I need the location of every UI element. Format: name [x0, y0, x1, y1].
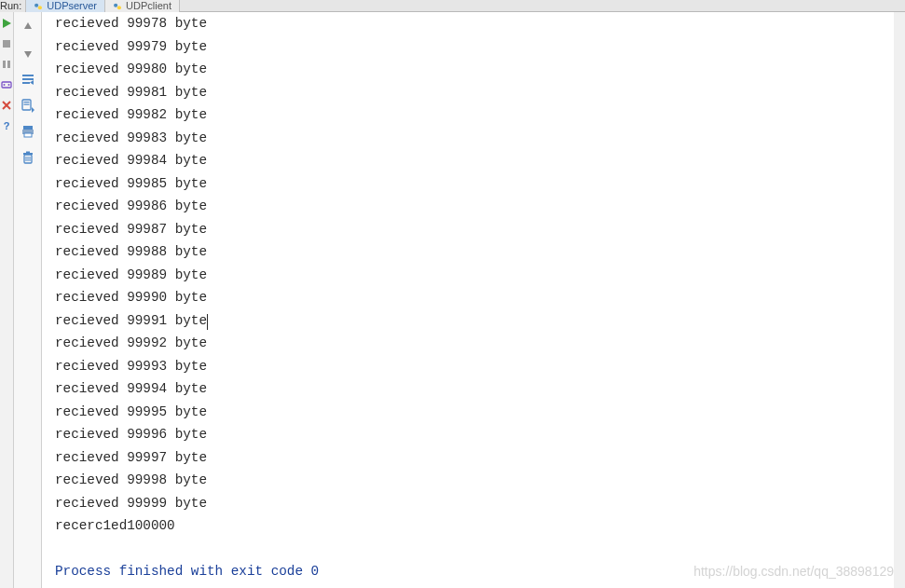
- console-line: recieved 99995 byte: [55, 404, 207, 419]
- arrow-up-icon[interactable]: [19, 18, 37, 36]
- svg-marker-4: [3, 19, 11, 28]
- svg-point-0: [34, 3, 38, 7]
- text-caret: [207, 314, 208, 330]
- svg-marker-14: [24, 22, 32, 29]
- console-line: recieved 99988 byte: [55, 244, 207, 259]
- svg-rect-24: [23, 126, 33, 130]
- python-file-icon: [113, 2, 122, 11]
- help-icon[interactable]: ?: [1, 120, 12, 131]
- svg-rect-19: [22, 82, 30, 84]
- print-icon[interactable]: [19, 122, 37, 141]
- console-line: recerc1ed100000: [55, 518, 175, 533]
- svg-rect-21: [23, 102, 29, 103]
- tab-label: UDPclient: [126, 0, 171, 12]
- console-toolbar: [14, 12, 42, 588]
- svg-rect-16: [22, 75, 34, 76]
- tab-udpserver[interactable]: UDPserver: [26, 0, 105, 12]
- svg-rect-6: [3, 61, 6, 68]
- clear-all-icon[interactable]: [19, 148, 37, 167]
- console-line: recieved 99993 byte: [55, 359, 207, 374]
- svg-marker-18: [30, 80, 34, 85]
- svg-point-10: [8, 84, 10, 86]
- arrow-down-icon[interactable]: [19, 44, 37, 62]
- console-line: recieved 99982 byte: [55, 107, 207, 122]
- console-output[interactable]: recieved 99978 byte recieved 99979 byte …: [42, 12, 905, 588]
- tab-label: UDPserver: [47, 0, 97, 12]
- play-icon[interactable]: [1, 18, 12, 29]
- console-line: recieved 99979 byte: [55, 39, 207, 54]
- svg-point-3: [117, 6, 121, 9]
- console-line: recieved 99978 byte: [55, 16, 207, 31]
- console-line: recieved 99986 byte: [55, 198, 207, 213]
- stop-icon[interactable]: [1, 38, 12, 49]
- console-line: recieved 99984 byte: [55, 153, 207, 168]
- svg-rect-22: [23, 104, 29, 105]
- svg-point-9: [4, 84, 6, 86]
- console-line: recieved 99983 byte: [55, 130, 207, 145]
- python-file-icon: [34, 2, 43, 11]
- tab-udpclient[interactable]: UDPclient: [105, 0, 180, 12]
- svg-marker-23: [32, 107, 34, 113]
- svg-text:?: ?: [4, 120, 10, 131]
- tabrow-spacer: [180, 0, 905, 12]
- console-line: recieved 99989 byte: [55, 267, 207, 282]
- console-line: recieved 99981 byte: [55, 85, 207, 100]
- svg-point-1: [38, 6, 42, 9]
- svg-rect-17: [22, 78, 34, 80]
- process-finished-line: Process finished with exit code 0: [55, 564, 319, 579]
- scroll-to-end-icon[interactable]: [19, 96, 37, 115]
- svg-rect-26: [24, 133, 32, 137]
- console-line: recieved 99991 byte: [55, 313, 208, 328]
- console-line: recieved 99985 byte: [55, 176, 207, 191]
- svg-rect-28: [23, 153, 33, 155]
- console-scrollbar[interactable]: [894, 12, 905, 588]
- console-line: recieved 99998 byte: [55, 472, 207, 487]
- console-line: recieved 99987 byte: [55, 222, 207, 237]
- svg-marker-15: [24, 51, 32, 58]
- console-line: recieved 99994 byte: [55, 381, 207, 396]
- svg-point-2: [114, 3, 117, 7]
- dump-threads-icon[interactable]: [1, 79, 12, 90]
- run-tabs-bar: Run: UDPserver UDPclient: [0, 0, 905, 12]
- svg-rect-7: [7, 61, 10, 68]
- console-line: recieved 99997 byte: [55, 450, 207, 465]
- console-line: recieved 99990 byte: [55, 290, 207, 305]
- console-line: recieved 99996 byte: [55, 427, 207, 442]
- console-line: recieved 99992 byte: [55, 335, 207, 350]
- exit-icon[interactable]: [1, 100, 12, 111]
- run-gutter: ?: [0, 12, 14, 588]
- pause-icon[interactable]: [1, 59, 12, 70]
- soft-wrap-icon[interactable]: [19, 70, 37, 89]
- console-line: recieved 99980 byte: [55, 62, 207, 76]
- svg-rect-5: [3, 40, 10, 48]
- svg-rect-29: [26, 152, 30, 154]
- run-label: Run:: [0, 0, 26, 12]
- console-line: recieved 99999 byte: [55, 496, 207, 511]
